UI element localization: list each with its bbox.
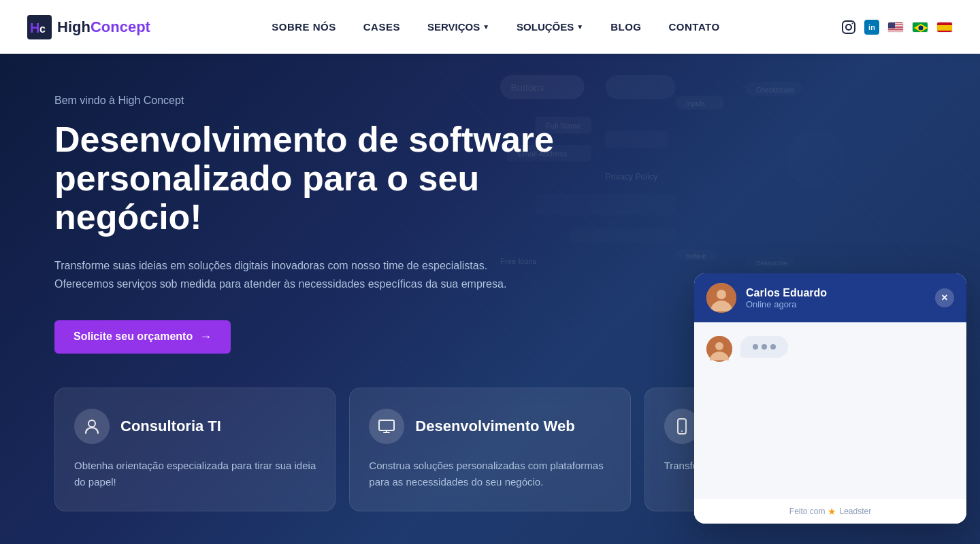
hero-subtitle: Bem vindo à High Concept (54, 95, 585, 107)
nav-links: SOBRE NÓS CASES SERVIÇOS ▼ SOLUÇÕES ▼ BL… (272, 21, 719, 33)
svg-point-16 (918, 25, 923, 30)
svg-rect-13 (888, 22, 895, 29)
chat-agent-avatar (706, 283, 736, 313)
typing-dot-3 (770, 344, 776, 350)
solucoes-chevron: ▼ (576, 23, 583, 31)
svg-rect-12 (888, 31, 904, 32)
web-title: Desenvolvimento Web (415, 418, 574, 435)
svg-point-4 (846, 24, 851, 30)
instagram-icon[interactable] (841, 20, 856, 35)
consultoria-icon (74, 409, 110, 444)
cta-button[interactable]: Solicite seu orçamento → (54, 320, 231, 354)
leadster-badge: Feito com ★ Leadster (789, 506, 871, 517)
web-desc: Construa soluções personalizadas com pla… (369, 458, 610, 490)
nav-sobre-nos[interactable]: SOBRE NÓS (272, 21, 336, 33)
cta-arrow: → (199, 330, 212, 344)
chat-typing-indicator (740, 336, 788, 358)
consultoria-desc: Obtenha orientação especializada para ti… (74, 458, 316, 490)
nav-right: in (841, 20, 953, 35)
svg-point-40 (88, 420, 95, 427)
logo[interactable]: H c HighConcept (27, 15, 150, 39)
footer-text: Feito com (789, 507, 826, 516)
svg-point-43 (681, 430, 683, 432)
service-card-web: Desenvolvimento Web Construa soluções pe… (349, 388, 630, 511)
logo-text: HighConcept (57, 18, 150, 36)
svg-rect-3 (843, 21, 855, 33)
chat-user-name: Carlos Eduardo (746, 287, 926, 299)
star-icon: ★ (828, 506, 836, 517)
navbar: H c HighConcept SOBRE NÓS CASES SERVIÇOS… (0, 0, 980, 54)
web-icon (369, 409, 404, 444)
linkedin-icon[interactable]: in (864, 20, 879, 35)
hero-description: Transforme suas ideias em soluções digit… (54, 256, 544, 293)
consultoria-title: Consultoria TI (120, 418, 221, 435)
hero-content: Bem vindo à High Concept Desenvolvimento… (54, 95, 585, 354)
svg-text:H: H (30, 20, 39, 35)
typing-dot-1 (753, 344, 758, 350)
svg-text:c: c (39, 23, 46, 35)
svg-rect-11 (888, 29, 904, 30)
svg-point-47 (715, 342, 723, 350)
service-header-consultoria: Consultoria TI (74, 409, 316, 444)
flag-br[interactable] (912, 22, 928, 33)
chat-header: Carlos Eduardo Online agora × (694, 273, 966, 322)
cta-label: Solicite seu orçamento (74, 330, 193, 343)
chat-user-info: Carlos Eduardo Online agora (746, 287, 926, 309)
chat-widget: Carlos Eduardo Online agora × Feito com … (694, 273, 966, 524)
svg-rect-18 (937, 25, 953, 31)
hero-title: Desenvolvimento de software personalizad… (54, 120, 585, 237)
nav-blog[interactable]: BLOG (610, 21, 641, 33)
flag-es[interactable] (936, 22, 953, 33)
service-header-web: Desenvolvimento Web (369, 409, 610, 444)
chat-close-button[interactable]: × (935, 288, 954, 307)
chat-body-avatar (706, 336, 732, 362)
leadster-brand: Leadster (839, 507, 871, 516)
typing-dot-2 (762, 344, 767, 350)
chat-footer: Feito com ★ Leadster (694, 499, 966, 524)
service-card-consultoria: Consultoria TI Obtenha orientação especi… (54, 388, 336, 511)
logo-icon: H c (27, 15, 52, 39)
flag-us[interactable] (887, 22, 904, 33)
svg-rect-10 (888, 28, 904, 29)
chat-body (694, 322, 966, 499)
nav-contato[interactable]: CONTATO (669, 21, 720, 33)
svg-point-45 (717, 290, 726, 299)
chat-status: Online agora (746, 299, 926, 309)
nav-cases[interactable]: CASES (363, 21, 400, 33)
svg-point-5 (851, 22, 853, 24)
servicos-chevron: ▼ (483, 23, 489, 31)
nav-servicos[interactable]: SERVIÇOS ▼ (427, 21, 489, 33)
svg-rect-41 (379, 420, 394, 430)
nav-solucoes[interactable]: SOLUÇÕES ▼ (517, 21, 583, 33)
